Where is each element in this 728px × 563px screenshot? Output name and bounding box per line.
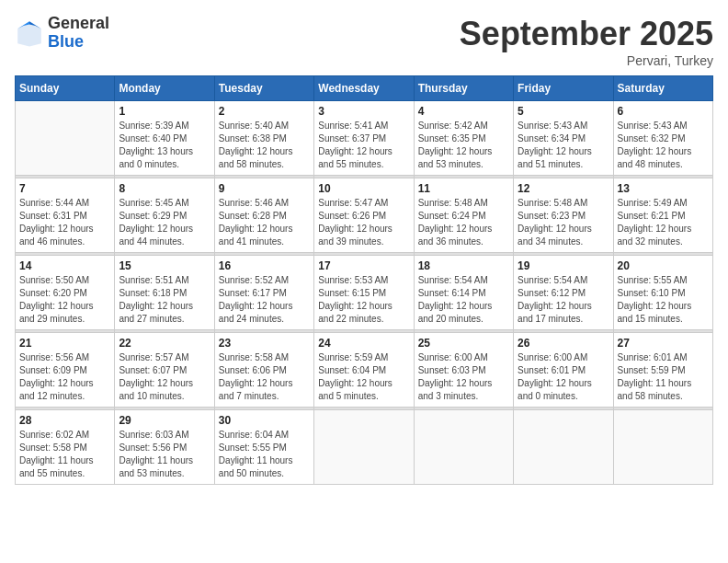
day-number: 19 bbox=[518, 259, 609, 272]
calendar-cell: 14Sunrise: 5:50 AM Sunset: 6:20 PM Dayli… bbox=[16, 256, 115, 330]
calendar-cell: 9Sunrise: 5:46 AM Sunset: 6:28 PM Daylig… bbox=[214, 178, 313, 253]
day-info: Sunrise: 5:43 AM Sunset: 6:32 PM Dayligh… bbox=[618, 120, 709, 171]
day-info: Sunrise: 5:42 AM Sunset: 6:35 PM Dayligh… bbox=[418, 120, 509, 171]
logo-icon bbox=[15, 18, 44, 48]
day-info: Sunrise: 5:56 AM Sunset: 6:09 PM Dayligh… bbox=[19, 351, 110, 403]
weekday-header: Sunday bbox=[16, 76, 115, 101]
calendar-cell: 27Sunrise: 6:01 AM Sunset: 5:59 PM Dayli… bbox=[613, 333, 712, 408]
day-number: 30 bbox=[219, 414, 310, 427]
calendar-cell: 5Sunrise: 5:43 AM Sunset: 6:34 PM Daylig… bbox=[514, 101, 613, 176]
day-info: Sunrise: 5:52 AM Sunset: 6:17 PM Dayligh… bbox=[219, 274, 310, 326]
day-number: 29 bbox=[119, 414, 210, 427]
day-number: 4 bbox=[418, 105, 509, 118]
calendar-cell: 2Sunrise: 5:40 AM Sunset: 6:38 PM Daylig… bbox=[214, 101, 313, 176]
day-info: Sunrise: 5:47 AM Sunset: 6:26 PM Dayligh… bbox=[318, 197, 409, 248]
day-number: 24 bbox=[318, 337, 409, 350]
calendar-cell: 16Sunrise: 5:52 AM Sunset: 6:17 PM Dayli… bbox=[214, 256, 313, 330]
calendar-week-row: 28Sunrise: 6:02 AM Sunset: 5:58 PM Dayli… bbox=[16, 410, 713, 485]
title-block: September 2025 Pervari, Turkey bbox=[460, 15, 713, 68]
day-number: 6 bbox=[618, 105, 709, 118]
calendar-cell bbox=[514, 410, 613, 485]
location-subtitle: Pervari, Turkey bbox=[460, 53, 713, 68]
calendar-cell: 12Sunrise: 5:48 AM Sunset: 6:23 PM Dayli… bbox=[514, 178, 613, 253]
day-info: Sunrise: 6:00 AM Sunset: 6:01 PM Dayligh… bbox=[518, 351, 609, 403]
day-number: 2 bbox=[219, 105, 310, 118]
calendar-cell: 19Sunrise: 5:54 AM Sunset: 6:12 PM Dayli… bbox=[514, 256, 613, 330]
day-number: 1 bbox=[119, 105, 210, 118]
day-info: Sunrise: 5:48 AM Sunset: 6:24 PM Dayligh… bbox=[418, 197, 509, 248]
day-info: Sunrise: 5:40 AM Sunset: 6:38 PM Dayligh… bbox=[219, 120, 310, 171]
calendar-cell: 6Sunrise: 5:43 AM Sunset: 6:32 PM Daylig… bbox=[613, 101, 712, 176]
calendar-cell bbox=[314, 410, 414, 485]
day-number: 20 bbox=[618, 259, 709, 272]
weekday-header: Tuesday bbox=[214, 76, 313, 101]
day-number: 23 bbox=[219, 337, 310, 350]
calendar-week-row: 7Sunrise: 5:44 AM Sunset: 6:31 PM Daylig… bbox=[16, 178, 713, 253]
calendar-cell: 23Sunrise: 5:58 AM Sunset: 6:06 PM Dayli… bbox=[214, 333, 313, 408]
day-number: 10 bbox=[318, 182, 409, 195]
day-number: 13 bbox=[618, 182, 709, 195]
calendar-cell: 7Sunrise: 5:44 AM Sunset: 6:31 PM Daylig… bbox=[16, 178, 115, 253]
day-info: Sunrise: 5:54 AM Sunset: 6:14 PM Dayligh… bbox=[418, 274, 509, 326]
day-number: 21 bbox=[19, 337, 110, 350]
day-info: Sunrise: 5:43 AM Sunset: 6:34 PM Dayligh… bbox=[518, 120, 609, 171]
day-number: 18 bbox=[418, 259, 509, 272]
day-info: Sunrise: 5:53 AM Sunset: 6:15 PM Dayligh… bbox=[318, 274, 409, 326]
calendar-cell: 22Sunrise: 5:57 AM Sunset: 6:07 PM Dayli… bbox=[115, 333, 214, 408]
day-info: Sunrise: 5:57 AM Sunset: 6:07 PM Dayligh… bbox=[119, 351, 210, 403]
day-number: 27 bbox=[618, 337, 709, 350]
day-number: 11 bbox=[418, 182, 509, 195]
day-number: 9 bbox=[219, 182, 310, 195]
svg-marker-0 bbox=[17, 21, 41, 46]
calendar-cell bbox=[414, 410, 513, 485]
day-info: Sunrise: 5:48 AM Sunset: 6:23 PM Dayligh… bbox=[518, 197, 609, 248]
day-info: Sunrise: 5:39 AM Sunset: 6:40 PM Dayligh… bbox=[119, 120, 210, 171]
page-header: General Blue September 2025 Pervari, Tur… bbox=[15, 15, 713, 68]
calendar-week-row: 21Sunrise: 5:56 AM Sunset: 6:09 PM Dayli… bbox=[16, 333, 713, 408]
day-info: Sunrise: 6:03 AM Sunset: 5:56 PM Dayligh… bbox=[119, 429, 210, 480]
day-info: Sunrise: 6:04 AM Sunset: 5:55 PM Dayligh… bbox=[219, 429, 310, 480]
day-number: 28 bbox=[19, 414, 110, 427]
calendar-cell: 25Sunrise: 6:00 AM Sunset: 6:03 PM Dayli… bbox=[414, 333, 513, 408]
calendar-table: SundayMondayTuesdayWednesdayThursdayFrid… bbox=[15, 75, 713, 485]
calendar-cell: 26Sunrise: 6:00 AM Sunset: 6:01 PM Dayli… bbox=[514, 333, 613, 408]
day-number: 7 bbox=[19, 182, 110, 195]
day-number: 16 bbox=[219, 259, 310, 272]
day-number: 22 bbox=[119, 337, 210, 350]
calendar-header: SundayMondayTuesdayWednesdayThursdayFrid… bbox=[16, 76, 713, 101]
calendar-body: 1Sunrise: 5:39 AM Sunset: 6:40 PM Daylig… bbox=[16, 101, 713, 485]
day-number: 12 bbox=[518, 182, 609, 195]
calendar-cell: 30Sunrise: 6:04 AM Sunset: 5:55 PM Dayli… bbox=[214, 410, 313, 485]
weekday-header: Thursday bbox=[414, 76, 513, 101]
calendar-cell bbox=[16, 101, 115, 176]
day-info: Sunrise: 5:58 AM Sunset: 6:06 PM Dayligh… bbox=[219, 351, 310, 403]
day-info: Sunrise: 5:59 AM Sunset: 6:04 PM Dayligh… bbox=[318, 351, 409, 403]
calendar-cell: 15Sunrise: 5:51 AM Sunset: 6:18 PM Dayli… bbox=[115, 256, 214, 330]
day-info: Sunrise: 6:02 AM Sunset: 5:58 PM Dayligh… bbox=[19, 429, 110, 480]
calendar-cell: 11Sunrise: 5:48 AM Sunset: 6:24 PM Dayli… bbox=[414, 178, 513, 253]
day-info: Sunrise: 5:49 AM Sunset: 6:21 PM Dayligh… bbox=[618, 197, 709, 248]
day-number: 3 bbox=[318, 105, 409, 118]
calendar-cell: 18Sunrise: 5:54 AM Sunset: 6:14 PM Dayli… bbox=[414, 256, 513, 330]
month-title: September 2025 bbox=[460, 15, 713, 53]
logo-blue: Blue bbox=[48, 33, 109, 52]
calendar-cell: 28Sunrise: 6:02 AM Sunset: 5:58 PM Dayli… bbox=[16, 410, 115, 485]
day-number: 8 bbox=[119, 182, 210, 195]
calendar-cell: 21Sunrise: 5:56 AM Sunset: 6:09 PM Dayli… bbox=[16, 333, 115, 408]
weekday-header: Friday bbox=[514, 76, 613, 101]
calendar-cell: 29Sunrise: 6:03 AM Sunset: 5:56 PM Dayli… bbox=[115, 410, 214, 485]
logo: General Blue bbox=[15, 15, 109, 52]
logo-text: General Blue bbox=[48, 15, 109, 52]
calendar-cell: 10Sunrise: 5:47 AM Sunset: 6:26 PM Dayli… bbox=[314, 178, 414, 253]
weekday-header: Monday bbox=[115, 76, 214, 101]
day-info: Sunrise: 6:01 AM Sunset: 5:59 PM Dayligh… bbox=[618, 351, 709, 403]
weekday-row: SundayMondayTuesdayWednesdayThursdayFrid… bbox=[16, 76, 713, 101]
day-number: 25 bbox=[418, 337, 509, 350]
day-info: Sunrise: 5:50 AM Sunset: 6:20 PM Dayligh… bbox=[19, 274, 110, 326]
calendar-cell: 3Sunrise: 5:41 AM Sunset: 6:37 PM Daylig… bbox=[314, 101, 414, 176]
calendar-cell: 1Sunrise: 5:39 AM Sunset: 6:40 PM Daylig… bbox=[115, 101, 214, 176]
day-info: Sunrise: 5:44 AM Sunset: 6:31 PM Dayligh… bbox=[19, 197, 110, 248]
day-info: Sunrise: 5:46 AM Sunset: 6:28 PM Dayligh… bbox=[219, 197, 310, 248]
calendar-cell bbox=[613, 410, 712, 485]
weekday-header: Saturday bbox=[613, 76, 712, 101]
